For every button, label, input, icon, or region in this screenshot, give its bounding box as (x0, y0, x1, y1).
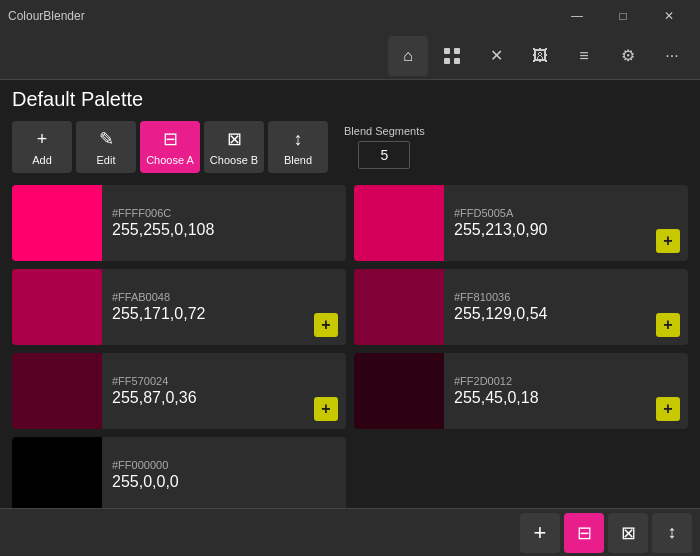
edit-label: Edit (97, 154, 116, 166)
titlebar: ColourBlender — □ ✕ (0, 0, 700, 32)
svg-rect-1 (454, 48, 460, 54)
add-color-5-button[interactable]: + (656, 397, 680, 421)
bottom-blend-button[interactable]: ↕ (652, 513, 692, 553)
nav-list[interactable]: ≡ (564, 36, 604, 76)
color-swatch-3[interactable] (354, 269, 444, 345)
blend-button[interactable]: ↕ Blend (268, 121, 328, 173)
close-button[interactable]: ✕ (646, 0, 692, 32)
app-title: ColourBlender (8, 9, 85, 23)
add-color-1-button[interactable]: + (656, 229, 680, 253)
blend-icon: ↕ (294, 129, 303, 150)
blend-segments-input[interactable] (358, 141, 410, 169)
edit-icon: ✎ (99, 128, 114, 150)
color-card-6: #FF000000 255,0,0,0 (12, 437, 346, 513)
color-rgb-4: 255,87,0,36 (112, 389, 336, 407)
color-info-6: #FF000000 255,0,0,0 (102, 437, 346, 513)
color-rgb-1: 255,213,0,90 (454, 221, 678, 239)
nav-home[interactable]: ⌂ (388, 36, 428, 76)
color-swatch-2[interactable] (12, 269, 102, 345)
choose-b-label: Choose B (210, 154, 258, 166)
color-card-2: #FFAB0048 255,171,0,72 + (12, 269, 346, 345)
choose-a-button[interactable]: ⊟ Choose A (140, 121, 200, 173)
color-rgb-2: 255,171,0,72 (112, 305, 336, 323)
color-card-3: #FF810036 255,129,0,54 + (354, 269, 688, 345)
navbar: ⌂ ✕ 🖼 ≡ ⚙ ··· (0, 32, 700, 80)
color-hex-1: #FFD5005A (454, 207, 678, 219)
nav-grid[interactable] (432, 36, 472, 76)
choose-a-icon: ⊟ (163, 128, 178, 150)
color-hex-0: #FFFF006C (112, 207, 336, 219)
color-card-5: #FF2D0012 255,45,0,18 + (354, 353, 688, 429)
color-rgb-6: 255,0,0,0 (112, 473, 336, 491)
choose-b-icon: ⊠ (227, 128, 242, 150)
main-content: Default Palette + Add ✎ Edit ⊟ Choose A … (0, 80, 700, 521)
minimize-button[interactable]: — (554, 0, 600, 32)
maximize-button[interactable]: □ (600, 0, 646, 32)
toolbar: + Add ✎ Edit ⊟ Choose A ⊠ Choose B ↕ Ble… (12, 121, 688, 173)
color-info-4: #FF570024 255,87,0,36 (102, 353, 346, 429)
nav-cross[interactable]: ✕ (476, 36, 516, 76)
plus-icon: + (37, 129, 48, 150)
color-rgb-3: 255,129,0,54 (454, 305, 678, 323)
color-card-0: #FFFF006C 255,255,0,108 (12, 185, 346, 261)
color-hex-5: #FF2D0012 (454, 375, 678, 387)
svg-rect-0 (444, 48, 450, 54)
blend-label: Blend (284, 154, 312, 166)
color-hex-4: #FF570024 (112, 375, 336, 387)
color-card-1: #FFD5005A 255,213,0,90 + (354, 185, 688, 261)
bottom-plus-button[interactable]: + (520, 513, 560, 553)
edit-button[interactable]: ✎ Edit (76, 121, 136, 173)
page-title: Default Palette (12, 88, 688, 111)
add-button[interactable]: + Add (12, 121, 72, 173)
blend-segments-label: Blend Segments (344, 125, 425, 137)
add-color-2-button[interactable]: + (314, 313, 338, 337)
bottombar: + ⊟ ⊠ ↕ (0, 508, 700, 556)
bottom-blend-icon: ↕ (668, 522, 677, 543)
color-hex-6: #FF000000 (112, 459, 336, 471)
color-swatch-5[interactable] (354, 353, 444, 429)
color-swatch-1[interactable] (354, 185, 444, 261)
svg-rect-2 (444, 58, 450, 64)
bottom-choose-b-icon: ⊠ (621, 522, 636, 544)
bottom-choose-a-icon: ⊟ (577, 522, 592, 544)
add-color-3-button[interactable]: + (656, 313, 680, 337)
color-swatch-0[interactable] (12, 185, 102, 261)
color-placeholder (354, 437, 688, 513)
bottom-choose-b-button[interactable]: ⊠ (608, 513, 648, 553)
color-card-4: #FF570024 255,87,0,36 + (12, 353, 346, 429)
color-info-2: #FFAB0048 255,171,0,72 (102, 269, 346, 345)
nav-settings[interactable]: ⚙ (608, 36, 648, 76)
choose-a-label: Choose A (146, 154, 194, 166)
color-rgb-5: 255,45,0,18 (454, 389, 678, 407)
add-label: Add (32, 154, 52, 166)
add-color-4-button[interactable]: + (314, 397, 338, 421)
color-swatch-6[interactable] (12, 437, 102, 513)
bottom-choose-a-button[interactable]: ⊟ (564, 513, 604, 553)
color-grid: #FFFF006C 255,255,0,108 #FFD5005A 255,21… (12, 185, 688, 513)
color-swatch-4[interactable] (12, 353, 102, 429)
choose-b-button[interactable]: ⊠ Choose B (204, 121, 264, 173)
window-controls: — □ ✕ (554, 0, 692, 32)
color-rgb-0: 255,255,0,108 (112, 221, 336, 239)
color-info-5: #FF2D0012 255,45,0,18 (444, 353, 688, 429)
nav-more[interactable]: ··· (652, 36, 692, 76)
svg-rect-3 (454, 58, 460, 64)
color-info-1: #FFD5005A 255,213,0,90 (444, 185, 688, 261)
color-info-3: #FF810036 255,129,0,54 (444, 269, 688, 345)
blend-segments-control: Blend Segments (344, 125, 425, 169)
nav-image[interactable]: 🖼 (520, 36, 560, 76)
color-hex-3: #FF810036 (454, 291, 678, 303)
color-hex-2: #FFAB0048 (112, 291, 336, 303)
color-info-0: #FFFF006C 255,255,0,108 (102, 185, 346, 261)
